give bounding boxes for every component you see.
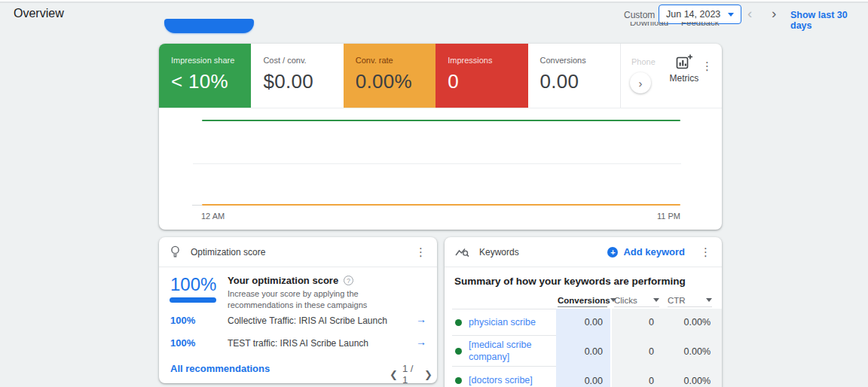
table-row-keyword[interactable]: [doctors scribe] [452,367,556,387]
x-axis-tick [192,205,202,206]
recommendations-pagination: ❮ 1 / 1 ❯ [385,363,437,385]
metrics-control-section: Phone › Metrics ⋮ [620,44,722,108]
clipped-primary-button[interactable] [164,19,254,33]
scorecard-label: Impressions [448,56,527,65]
cell-ctr: 0.00% [663,309,722,336]
scorecard-value: 0.00% [356,70,436,93]
column-label: CTR [668,296,686,305]
keywords-summary-text: Summary of how your keywords are perform… [454,276,686,287]
status-dot-icon [455,377,462,384]
chevron-down-icon [706,298,712,302]
scorecard-cost-per-conv[interactable]: Cost / conv. $0.00 [251,44,343,108]
go-to-campaign-arrow[interactable]: → [416,313,426,325]
column-label: Conversions [558,296,610,305]
feedback-button[interactable]: Feedback [681,22,728,29]
scorecard-value: < 10% [171,70,251,93]
cell-clicks: 0 [610,336,663,367]
add-keyword-label: Add keyword [623,246,685,257]
optimization-card-header: Optimization score ⋮ [159,237,437,267]
keyword-link[interactable]: [medical scribe company] [469,339,535,364]
scorecard-value: $0.00 [263,70,343,93]
next-date-button[interactable]: › [772,6,776,21]
keywords-card-header: Keywords + Add keyword ⋮ [445,237,722,267]
campaign-score: 100% [170,337,195,349]
cell-clicks: 0 [610,367,663,387]
scorecard-conversions[interactable]: Conversions 0.00 [528,44,620,108]
status-dot-icon [455,319,462,326]
column-label: Clicks [614,296,637,305]
pagination-next-icon[interactable]: ❯ [420,369,437,380]
cell-conversions: 0.00 [556,336,610,367]
download-label: Download [630,22,677,27]
help-icon[interactable]: ? [344,276,353,285]
keywords-card: Keywords + Add keyword ⋮ Summary of how … [445,237,722,387]
add-metrics-icon [676,54,692,69]
scorecard-label: Impression share [171,56,251,65]
scorecard-value: 0 [448,70,527,93]
optimization-more-menu[interactable]: ⋮ [415,246,426,258]
feedback-label: Feedback [681,22,728,27]
add-keyword-button[interactable]: + Add keyword [607,246,685,257]
chart-gridline [193,163,681,164]
show-last-30-days-link[interactable]: Show last 30 days [790,10,868,31]
page-title: Overview [14,7,64,20]
optimization-card-title: Optimization score [191,247,265,257]
chevron-right-icon: › [638,77,642,90]
download-button[interactable]: Download [630,22,677,29]
cell-clicks: 0 [610,309,663,336]
pagination-value: 1 / 1 [402,363,420,385]
date-range-mode-label: Custom [624,10,655,20]
optimization-heading: Your optimization score [228,275,338,286]
lightbulb-icon [170,245,181,258]
status-dot-icon [455,348,462,355]
campaign-name: Collective Traffic: IRIS AI Scribe Launc… [228,315,387,326]
all-recommendations-link[interactable]: All recommendations [170,363,270,374]
chevron-down-icon [728,13,734,17]
date-picker-value: Jun 14, 2023 [666,9,720,20]
keywords-card-title: Keywords [479,247,519,257]
optimization-score-value: 100% [170,274,216,295]
optimization-description: Increase your score by applying the reco… [228,288,425,311]
cell-conversions: 0.00 [556,309,610,336]
conv-rate-series-line [202,204,680,206]
go-to-campaign-arrow[interactable]: → [416,336,426,348]
x-tick-label-12am: 12 AM [201,212,225,221]
previous-date-button[interactable]: ‹ [747,6,752,21]
keyword-link[interactable]: [doctors scribe] [469,374,533,386]
campaign-name: TEST traffic: IRIS AI Scribe Launch [228,338,368,349]
scroll-scorecards-right-button[interactable]: › [630,72,651,93]
plus-circle-icon: + [607,247,618,257]
window-top-border [0,2,868,3]
pagination-prev-icon[interactable]: ❮ [385,369,402,380]
scorecard-value: 0.00 [540,70,620,93]
keywords-table: physician scribe 0.00 0 0.00% [medical s… [452,309,722,387]
scorecard-impression-share[interactable]: Impression share < 10% [159,44,251,108]
optimization-score-progress-bar [170,297,216,303]
keywords-more-menu[interactable]: ⋮ [700,246,711,258]
column-header-clicks[interactable]: Clicks [614,294,659,307]
optimization-score-card: Optimization score ⋮ 100% Your optimizat… [159,237,437,383]
column-header-ctr[interactable]: CTR [668,294,712,307]
optimization-score-summary: Your optimization score ? Increase your … [228,275,425,311]
hidden-scorecard-phone: Phone [631,57,656,66]
overview-chart-card: Impression share < 10% Cost / conv. $0.0… [159,44,722,230]
scorecard-label: Conv. rate [356,56,436,65]
chevron-down-icon [653,298,659,302]
cell-conversions: 0.00 [556,367,610,387]
scorecard-label: Cost / conv. [263,56,343,65]
table-row-keyword[interactable]: [medical scribe company] [452,336,556,367]
campaign-score: 100% [170,315,195,326]
cell-ctr: 0.00% [663,367,722,387]
scorecard-impressions[interactable]: Impressions 0 [436,44,527,108]
scorecard-conv-rate[interactable]: Conv. rate 0.00% [344,44,436,108]
chart-more-menu[interactable]: ⋮ [701,60,713,72]
keyword-link[interactable]: physician scribe [469,316,536,328]
column-header-conversions[interactable]: Conversions [558,294,607,307]
keywords-icon [455,246,469,257]
scorecard-label: Conversions [540,56,620,65]
impression-share-series-line [202,120,680,121]
cell-ctr: 0.00% [663,336,722,367]
metrics-button-label: Metrics [660,73,708,84]
x-tick-label-11pm: 11 PM [643,212,680,221]
table-row-keyword[interactable]: physician scribe [452,309,556,336]
